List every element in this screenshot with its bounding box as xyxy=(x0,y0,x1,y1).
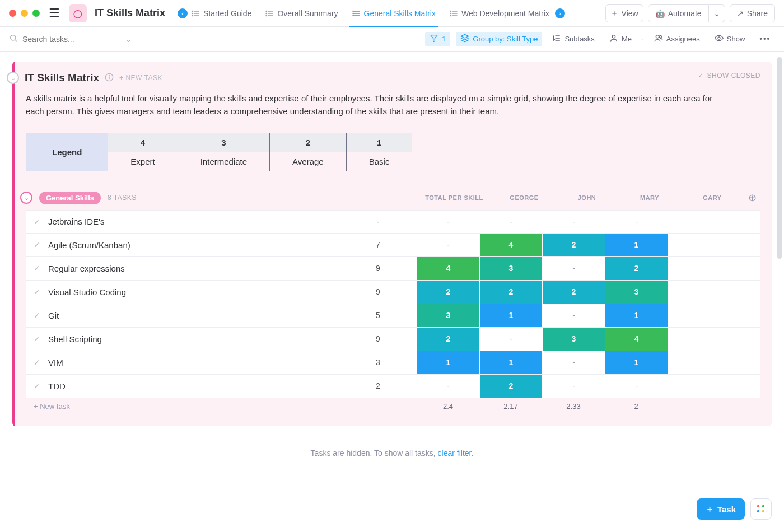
skill-cell[interactable]: 2 xyxy=(479,375,542,398)
task-row[interactable]: ✓Shell Scripting92-34 xyxy=(26,328,760,351)
task-name[interactable]: Agile (Scrum/Kanban) xyxy=(48,240,130,250)
task-name[interactable]: VIM xyxy=(48,358,63,367)
new-task-header-button[interactable]: + NEW TASK xyxy=(119,74,162,82)
skill-cell[interactable]: 1 xyxy=(605,304,668,327)
skill-cell[interactable]: 3 xyxy=(479,257,542,280)
task-row[interactable]: ✓Git531-1 xyxy=(26,304,760,328)
skill-cell[interactable]: - xyxy=(542,211,605,233)
skill-cell[interactable]: - xyxy=(605,375,668,398)
assignees-button[interactable]: Assignees xyxy=(650,32,704,46)
skill-cell[interactable]: 3 xyxy=(417,304,479,327)
skill-cell[interactable]: 1 xyxy=(417,351,479,374)
add-column-button[interactable]: ⊕ xyxy=(744,192,760,204)
skill-cell[interactable]: 2 xyxy=(417,328,479,351)
task-name[interactable]: TDD xyxy=(48,381,66,391)
skill-cell[interactable]: - xyxy=(479,328,542,351)
tab-2[interactable]: General Skills Matrix xyxy=(345,0,442,27)
nav-right-icon[interactable]: › xyxy=(555,8,565,18)
skill-cell[interactable]: 2 xyxy=(479,281,542,304)
cell-total[interactable]: 3 xyxy=(339,351,417,374)
col-george[interactable]: GEORGE xyxy=(493,194,556,201)
automate-menu[interactable]: ⌄ xyxy=(709,4,725,22)
svg-point-35 xyxy=(757,505,759,507)
skill-cell[interactable]: - xyxy=(417,375,479,398)
skill-cell[interactable]: 3 xyxy=(605,281,668,304)
col-mary[interactable]: MARY xyxy=(618,194,681,201)
group-name-pill[interactable]: General Skills xyxy=(39,192,101,204)
task-row[interactable]: ✓VIM311-1 xyxy=(26,351,760,375)
skill-cell[interactable]: - xyxy=(479,211,542,233)
skill-cell[interactable]: 2 xyxy=(542,234,605,256)
subtasks-button[interactable]: Subtasks xyxy=(548,32,599,46)
new-task-row-button[interactable]: + New task xyxy=(26,402,339,410)
skill-cell[interactable]: 1 xyxy=(605,234,668,256)
skill-cell[interactable]: - xyxy=(417,234,479,256)
task-name[interactable]: Shell Scripting xyxy=(48,334,102,344)
cell-total[interactable]: 5 xyxy=(339,304,417,327)
tab-3[interactable]: Web Development Matrix› xyxy=(442,0,572,27)
task-name[interactable]: Jetbrains IDE's xyxy=(48,217,104,226)
skill-cell[interactable]: - xyxy=(542,304,605,327)
menu-icon[interactable]: ☰ xyxy=(49,6,60,21)
skill-cell[interactable]: 3 xyxy=(542,328,605,351)
cell-total[interactable]: 2 xyxy=(339,375,417,398)
skill-cell[interactable]: - xyxy=(542,351,605,374)
collapse-list-button[interactable]: ⌄ xyxy=(7,72,19,84)
skill-cell[interactable]: 2 xyxy=(542,281,605,304)
nav-left-icon[interactable]: ‹ xyxy=(178,8,188,18)
cell-total[interactable]: 9 xyxy=(339,281,417,304)
skill-cell[interactable]: - xyxy=(542,257,605,280)
collapse-group-button[interactable]: ⌄ xyxy=(20,192,32,204)
clear-filter-link[interactable]: clear filter xyxy=(438,449,472,458)
tab-0[interactable]: ‹Started Guide xyxy=(171,0,258,27)
col-gary[interactable]: GARY xyxy=(681,194,744,201)
show-button[interactable]: Show xyxy=(710,32,750,46)
minimize-window[interactable] xyxy=(21,10,28,17)
task-row[interactable]: ✓TDD2-2-- xyxy=(26,375,760,398)
search-field[interactable]: ⌄ xyxy=(9,34,132,44)
me-button[interactable]: Me xyxy=(605,32,636,46)
info-icon[interactable] xyxy=(105,73,114,83)
skill-cell[interactable]: 1 xyxy=(479,351,542,374)
scrollbar-thumb[interactable] xyxy=(777,57,782,259)
add-view-button[interactable]: ＋ View xyxy=(605,4,643,22)
filter-button[interactable]: 1 xyxy=(425,32,450,46)
col-john[interactable]: JOHN xyxy=(556,194,618,201)
chevron-down-icon[interactable]: ⌄ xyxy=(125,35,132,44)
skill-cell[interactable]: 4 xyxy=(479,234,542,256)
task-row[interactable]: ✓Jetbrains IDE's----- xyxy=(26,210,760,234)
workspace-logo[interactable]: ◯ xyxy=(69,4,87,22)
skill-cell[interactable]: 1 xyxy=(479,304,542,327)
cell-total[interactable]: 9 xyxy=(339,257,417,280)
cell-total[interactable]: 7 xyxy=(339,234,417,256)
skill-cell[interactable]: - xyxy=(542,375,605,398)
task-name[interactable]: Regular expressions xyxy=(48,264,125,273)
maximize-window[interactable] xyxy=(32,10,40,17)
cell-total[interactable]: 9 xyxy=(339,328,417,351)
skill-cell[interactable]: 2 xyxy=(605,257,668,280)
col-total[interactable]: TOTAL PER SKILL xyxy=(416,194,493,201)
create-task-button[interactable]: ＋ Task xyxy=(697,498,745,520)
cell-total[interactable]: - xyxy=(339,211,417,233)
task-row[interactable]: ✓Visual Studio Coding92223 xyxy=(26,281,760,304)
skill-cell[interactable]: 1 xyxy=(605,351,668,374)
task-name[interactable]: Visual Studio Coding xyxy=(48,287,126,297)
search-input[interactable] xyxy=(22,35,106,44)
skill-cell[interactable]: - xyxy=(605,211,668,233)
task-row[interactable]: ✓Regular expressions943-2 xyxy=(26,257,760,281)
task-row[interactable]: ✓Agile (Scrum/Kanban)7-421 xyxy=(26,234,760,257)
skill-cell[interactable]: 4 xyxy=(605,328,668,351)
tab-1[interactable]: Overall Summary xyxy=(258,0,344,27)
scrollbar[interactable] xyxy=(777,52,782,477)
close-window[interactable] xyxy=(9,10,16,17)
skill-cell[interactable]: 2 xyxy=(417,281,479,304)
more-button[interactable]: ••• xyxy=(755,32,775,46)
share-button[interactable]: ↗ Share xyxy=(730,4,775,22)
skill-cell[interactable]: 4 xyxy=(417,257,479,280)
task-name[interactable]: Git xyxy=(48,311,59,320)
show-closed-button[interactable]: ✓ SHOW CLOSED xyxy=(698,72,760,80)
group-by-button[interactable]: Group by: Skill Type xyxy=(456,32,542,46)
apps-button[interactable] xyxy=(750,498,772,520)
skill-cell[interactable]: - xyxy=(417,211,479,233)
automate-button[interactable]: 🤖 Automate xyxy=(648,4,709,22)
